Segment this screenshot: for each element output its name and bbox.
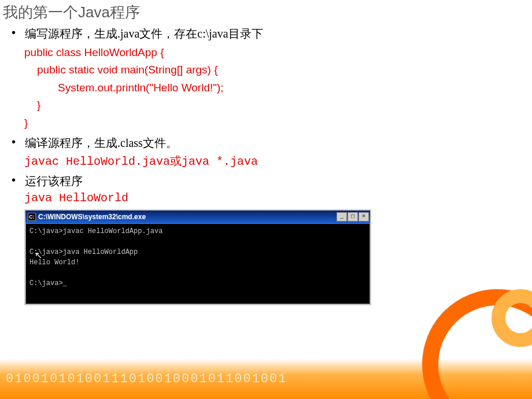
bullet-dot: • — [12, 135, 16, 151]
window-buttons: _ □ × — [337, 212, 369, 221]
maximize-button[interactable]: □ — [348, 212, 358, 221]
code-line-3: System.out.println("Hello World!"); — [12, 79, 532, 97]
cursor-icon: ↖ — [35, 250, 42, 261]
terminal-title: C:\WINDOWS\system32\cmd.exe — [38, 213, 146, 221]
code-line-4: } — [12, 97, 532, 114]
code-line-1: public class HelloWorldApp { — [12, 44, 532, 61]
slide-title: 我的第一个Java程序 — [0, 0, 532, 24]
bullet-2: • 编译源程序，生成.class文件。 — [12, 135, 532, 151]
bullet-dot: • — [12, 173, 16, 189]
run-command: java HelloWorld — [12, 191, 532, 205]
bullet-3-text: 运行该程序 — [25, 173, 83, 189]
close-button[interactable]: × — [359, 212, 369, 221]
slide-content: • 编写源程序，生成.java文件，存在c:\java目录下 public cl… — [0, 26, 532, 305]
terminal-body: C:\java>javac HelloWorldApp.java C:\java… — [25, 223, 370, 304]
bullet-1: • 编写源程序，生成.java文件，存在c:\java目录下 — [12, 26, 532, 42]
decorative-circles — [405, 266, 532, 399]
terminal-window: C: C:\WINDOWS\system32\cmd.exe _ □ × C:\… — [24, 209, 371, 305]
bullet-1-text: 编写源程序，生成.java文件，存在c:\java目录下 — [25, 26, 263, 42]
bullet-2-text: 编译源程序，生成.class文件。 — [25, 135, 178, 151]
binary-decoration: 01001010100111010010001011001001 — [6, 372, 287, 386]
minimize-button[interactable]: _ — [337, 212, 347, 221]
code-line-2: public static void main(String[] args) { — [12, 61, 532, 79]
bullet-3: • 运行该程序 — [12, 173, 532, 189]
code-line-5: } — [12, 114, 532, 132]
cmd-icon: C: — [28, 213, 36, 221]
compile-command: javac HelloWorld.java或java *.java — [12, 153, 532, 169]
bullet-dot: • — [12, 26, 16, 42]
terminal-titlebar: C: C:\WINDOWS\system32\cmd.exe _ □ × — [25, 210, 370, 223]
